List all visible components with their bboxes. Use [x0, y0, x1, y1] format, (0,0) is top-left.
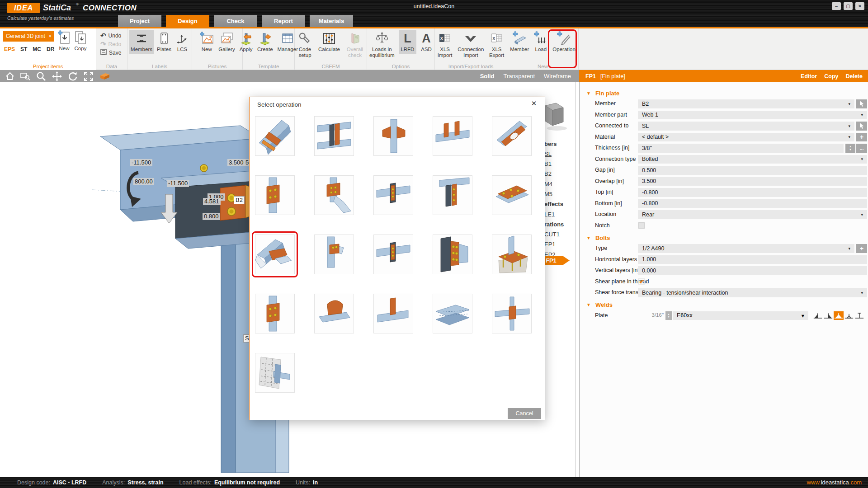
end-plate-icon[interactable]	[255, 175, 295, 215]
zoom-icon[interactable]	[36, 71, 47, 82]
gusset-plate-icon[interactable]	[314, 235, 354, 274]
project-mode-dr[interactable]: DR	[47, 46, 54, 52]
top-in-input[interactable]: -0.800	[638, 188, 867, 197]
weld-type-2-icon[interactable]	[823, 311, 833, 320]
joint-type-select[interactable]: General 3D joint▾	[3, 31, 54, 42]
members-labels-button[interactable]: Members	[129, 30, 154, 54]
tab-project[interactable]: Project	[118, 15, 161, 27]
stiffening-plates-icon[interactable]	[255, 294, 295, 333]
tree-item-m4[interactable]: M4	[544, 180, 552, 188]
paint-brick-icon[interactable]	[99, 71, 111, 81]
stiffening-member-icon[interactable]	[314, 116, 354, 156]
copy-action[interactable]: Copy	[824, 73, 838, 80]
tree-item-effects[interactable]: effects	[544, 200, 563, 208]
thickness-in-spinner[interactable]: ▲▼	[845, 144, 855, 153]
delete-action[interactable]: Delete	[845, 73, 863, 80]
project-mode-mc[interactable]: MC	[33, 46, 41, 52]
minimize-button[interactable]: –	[832, 2, 841, 10]
cancel-button[interactable]: Cancel	[508, 408, 541, 419]
material-add-button[interactable]: +	[856, 133, 867, 142]
undo-button[interactable]: ↶Undo	[100, 31, 121, 40]
tree-item-le1[interactable]: LE1	[544, 211, 555, 219]
weld-size-value[interactable]: 3/16"	[646, 312, 664, 318]
redo-button[interactable]: ↷Redo	[100, 40, 121, 48]
fin-plate-beam-icon[interactable]	[373, 235, 413, 274]
cross-connection-icon[interactable]	[492, 294, 532, 333]
thickness-in-input[interactable]: 3/8"	[638, 144, 844, 153]
slab-connection-icon[interactable]	[433, 294, 472, 333]
connection-import-button[interactable]: Connection Import	[457, 30, 485, 59]
tree-item-b2[interactable]: B2	[544, 170, 552, 178]
member-part-select[interactable]: Web 1▾	[638, 111, 867, 120]
tab-materials[interactable]: Materials	[310, 15, 353, 27]
cap-plate-icon[interactable]	[314, 294, 354, 333]
connecting-plate-icon[interactable]	[314, 175, 354, 215]
cleat-icon[interactable]	[433, 175, 472, 215]
weld-electrode-select[interactable]: E60xx▾	[673, 311, 808, 320]
shear-plane-in-thread-checkbox[interactable]: ✔	[638, 278, 645, 285]
project-mode-st[interactable]: ST	[20, 46, 27, 52]
zoom-fit-icon[interactable]	[83, 71, 94, 82]
tab-report[interactable]: Report	[262, 15, 305, 27]
create-template-button[interactable]: Create	[256, 30, 274, 54]
asd-toggle[interactable]: A ASD	[418, 30, 434, 54]
loads-in-equilibrium-button[interactable]: Loads in equilibrium	[367, 30, 397, 59]
display-mode-transparent[interactable]: Transparent	[503, 73, 535, 80]
home-view-icon[interactable]	[5, 71, 15, 81]
new-load-button[interactable]: Load	[532, 30, 549, 54]
material-select[interactable]: < default >▾	[638, 133, 854, 142]
xls-export-button[interactable]: x XLS Export	[486, 30, 507, 59]
weld-type-4-icon[interactable]	[844, 311, 854, 320]
cut-of-member-icon[interactable]	[255, 116, 295, 156]
tree-item-ep1[interactable]: EP1	[544, 240, 556, 249]
connected-to-pick-button[interactable]	[856, 122, 867, 131]
tab-design[interactable]: Design	[166, 15, 209, 27]
member-select[interactable]: B2▾	[638, 99, 854, 108]
gap-in-input[interactable]: 0.500	[638, 166, 867, 175]
project-mode-eps[interactable]: EPS	[4, 46, 15, 52]
bottom-in-input[interactable]: -0.800	[638, 199, 867, 208]
tree-item-cut1[interactable]: CUT1	[544, 230, 560, 239]
lrfd-toggle[interactable]: L LRFD	[399, 30, 417, 54]
rib-icon[interactable]	[433, 116, 472, 156]
base-plate-icon[interactable]	[492, 235, 532, 274]
calculate-button[interactable]: Calculate	[317, 30, 341, 54]
weld-type-1-icon[interactable]	[813, 311, 823, 320]
new-operation-button[interactable]: Operation	[551, 30, 577, 54]
weld-type-3-icon[interactable]	[834, 311, 844, 320]
moment-end-plate-icon[interactable]	[433, 235, 472, 274]
close-button[interactable]: ✕	[855, 2, 864, 10]
type-select[interactable]: 1/2 A490▾	[638, 244, 854, 253]
location-select[interactable]: Rear▾	[638, 210, 867, 219]
pan-icon[interactable]	[52, 71, 62, 82]
maximize-button[interactable]: ▢	[844, 2, 853, 10]
connection-type-select[interactable]: Bolted▾	[638, 155, 867, 164]
tree-item-b1[interactable]: B1	[544, 160, 552, 168]
flange-plate-icon[interactable]	[492, 175, 532, 215]
notch-checkbox[interactable]	[638, 222, 645, 229]
lcs-labels-button[interactable]: LCS	[175, 30, 190, 54]
weld-type-5-icon[interactable]	[854, 311, 864, 320]
website-link[interactable]: www.ideastatica.com	[807, 479, 862, 486]
horizontal-layers-in-input[interactable]: 1.000	[638, 255, 867, 264]
copy-project-button[interactable]: Copy	[72, 29, 89, 53]
gallery-button[interactable]: Gallery	[217, 30, 236, 54]
zoom-window-icon[interactable]	[20, 71, 31, 81]
tree-item-sl[interactable]: SL	[544, 150, 552, 158]
rotate-icon[interactable]	[67, 71, 78, 82]
shear-force-transfer-select[interactable]: Bearing - tension/shear interaction▾	[638, 288, 867, 297]
new-project-button[interactable]: New	[56, 29, 72, 53]
code-setup-button[interactable]: Code setup	[295, 30, 315, 59]
connected-to-select[interactable]: SL▾	[638, 122, 854, 131]
workshop-operation-icon[interactable]	[255, 353, 295, 393]
dialog-close-icon[interactable]: ✕	[529, 99, 538, 108]
fin-plate-icon[interactable]	[255, 235, 295, 274]
tree-item-bers[interactable]: bers	[544, 140, 557, 148]
section-fin-plate[interactable]: ▼Fin plate	[580, 88, 868, 99]
member-pick-button[interactable]	[856, 99, 867, 108]
tab-check[interactable]: Check	[214, 15, 257, 27]
new-member-button[interactable]: Member	[509, 30, 530, 54]
type-add-button[interactable]: +	[856, 244, 867, 253]
editor-action[interactable]: Editor	[801, 73, 817, 80]
plates-labels-button[interactable]: Plates	[156, 30, 173, 54]
